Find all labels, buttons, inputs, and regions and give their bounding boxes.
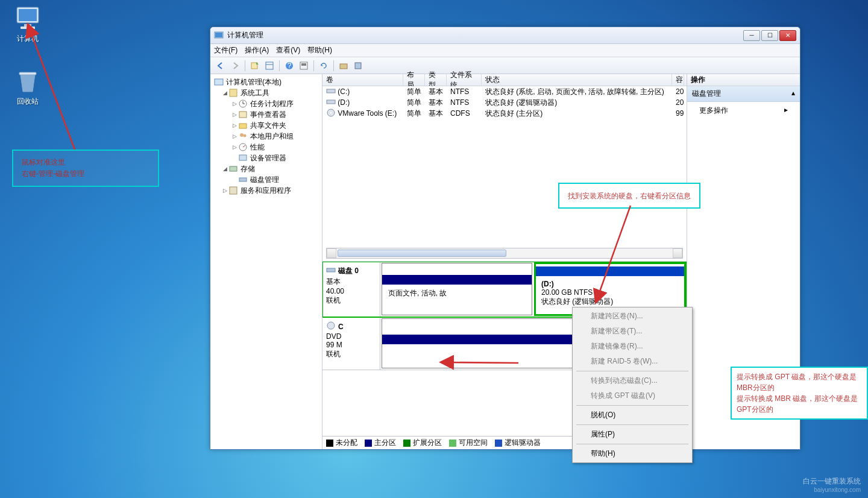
chevron-up-icon: ▴ — [791, 89, 795, 99]
svg-rect-7 — [215, 33, 222, 37]
svg-line-38 — [451, 362, 518, 363]
cdrom-icon — [326, 108, 336, 119]
col-volume[interactable]: 卷 — [322, 74, 403, 86]
toolbar-btn[interactable] — [351, 59, 365, 72]
ctx-new-spanned: 新建跨区卷(N)... — [574, 309, 691, 324]
svg-rect-2 — [24, 24, 31, 27]
svg-point-24 — [240, 133, 244, 137]
partition-c[interactable]: 页面文件, 活动, 故 — [382, 263, 532, 315]
svg-rect-22 — [239, 112, 247, 118]
help-toolbar-button[interactable]: ? — [283, 59, 296, 72]
svg-rect-31 — [327, 89, 335, 93]
svg-rect-17 — [215, 79, 223, 85]
tree-svcapp[interactable]: ▷服务和应用程序 — [212, 185, 321, 196]
actions-header: 操作 — [687, 74, 800, 86]
annotation-gpt-mbr: 提示转换成 GPT 磁盘，那这个硬盘是MBR分区的 提示转换成 MBR 磁盘，那… — [731, 367, 868, 420]
tree-root[interactable]: 计算机管理(本地) — [212, 77, 321, 87]
tree-shared[interactable]: ▷共享文件夹 — [212, 120, 321, 131]
menu-view[interactable]: 查看(V) — [276, 45, 300, 55]
svg-rect-32 — [327, 100, 335, 104]
scroll-thumb[interactable] — [338, 250, 506, 257]
svg-point-36 — [327, 322, 335, 329]
menubar: 文件(F) 操作(A) 查看(V) 帮助(H) — [210, 44, 800, 57]
legend-logical: 逻辑驱动器 — [505, 438, 541, 448]
scroll-right-button[interactable] — [673, 248, 682, 258]
volume-row[interactable]: (C:) 简单 基本 NTFS 状态良好 (系统, 启动, 页面文件, 活动, … — [322, 86, 687, 97]
actions-diskmgmt[interactable]: 磁盘管理▴ — [687, 86, 800, 102]
svg-rect-23 — [239, 124, 247, 128]
svg-line-37 — [599, 206, 631, 293]
disk-info[interactable]: 磁盘 0 基本 40.00 联机 — [322, 262, 380, 317]
svg-line-5 — [31, 34, 75, 150]
tree-devmgr[interactable]: 设备管理器 — [212, 153, 321, 163]
col-status[interactable]: 状态 — [482, 74, 672, 86]
ctx-offline[interactable]: 脱机(O) — [574, 408, 691, 423]
volume-header[interactable]: 卷 布局 类型 文件系统 状态 容 — [322, 74, 687, 86]
computer-management-window: 计算机管理 ─ ☐ ✕ 文件(F) 操作(A) 查看(V) 帮助(H) ? 计算… — [210, 27, 800, 450]
menu-action[interactable]: 操作(A) — [245, 45, 269, 55]
tree-localuser[interactable]: ▷本地用户和组 — [212, 131, 321, 142]
svg-rect-1 — [19, 9, 37, 21]
legend-ext: 扩展分区 — [413, 438, 442, 448]
col-fs[interactable]: 文件系统 — [447, 74, 482, 86]
legend-unalloc: 未分配 — [336, 438, 357, 448]
volume-row[interactable]: (D:) 简单 基本 NTFS 状态良好 (逻辑驱动器) 20 — [322, 97, 687, 108]
svg-point-34 — [330, 112, 332, 113]
arrow-to-gpt-item — [446, 360, 524, 380]
ctx-convert-dynamic: 转换到动态磁盘(C)... — [574, 373, 691, 388]
tree-systools[interactable]: ◢系统工具 — [212, 87, 321, 98]
menu-help[interactable]: 帮助(H) — [307, 45, 332, 55]
actions-more[interactable]: 更多操作▸ — [687, 102, 800, 119]
col-layout[interactable]: 布局 — [403, 74, 425, 86]
tree-tasksched[interactable]: ▷任务计划程序 — [212, 98, 321, 109]
scroll-left-button[interactable] — [327, 248, 336, 258]
arrow-to-disk0 — [594, 203, 643, 301]
watermark: 白云一键重装系统 baiyunxitong.com — [803, 476, 861, 493]
ctx-new-striped: 新建带区卷(T)... — [574, 324, 691, 339]
disk-info[interactable]: C DVD 99 M 联机 — [322, 317, 380, 370]
drive-icon — [326, 86, 336, 98]
svg-point-25 — [244, 134, 247, 137]
minimize-button[interactable]: ─ — [743, 30, 760, 41]
refresh-button[interactable] — [317, 59, 330, 72]
cdrom-icon — [326, 321, 336, 332]
svg-rect-30 — [230, 187, 237, 194]
ctx-help[interactable]: 帮助(H) — [574, 446, 691, 461]
toolbar-btn[interactable] — [248, 59, 262, 72]
navigation-tree[interactable]: 计算机管理(本地) ◢系统工具 ▷任务计划程序 ▷事件查看器 ▷共享文件夹 ▷本… — [210, 74, 322, 449]
ctx-new-raid5: 新建 RAID-5 卷(W)... — [574, 354, 691, 369]
maximize-button[interactable]: ☐ — [761, 30, 778, 41]
chevron-right-icon: ▸ — [784, 106, 788, 116]
ctx-convert-gpt: 转换成 GPT 磁盘(V) — [574, 388, 691, 403]
svg-rect-18 — [230, 89, 237, 96]
svg-rect-27 — [239, 155, 247, 160]
legend-primary: 主分区 — [374, 438, 396, 448]
tree-diskmgmt[interactable]: 磁盘管理 — [212, 174, 321, 185]
window-title: 计算机管理 — [227, 30, 743, 40]
svg-rect-35 — [327, 268, 335, 272]
col-capacity[interactable]: 容 — [672, 74, 684, 86]
svg-rect-14 — [301, 63, 306, 66]
back-button[interactable] — [214, 59, 227, 72]
tree-perf[interactable]: ▷性能 — [212, 142, 321, 153]
volume-list[interactable]: (C:) 简单 基本 NTFS 状态良好 (系统, 启动, 页面文件, 活动, … — [322, 86, 687, 119]
close-button[interactable]: ✕ — [779, 30, 796, 41]
toolbar-btn[interactable] — [297, 59, 310, 72]
ctx-new-mirror: 新建镜像卷(R)... — [574, 339, 691, 354]
tree-storage[interactable]: ◢存储 — [212, 163, 321, 174]
toolbar: ? — [210, 57, 800, 74]
titlebar[interactable]: 计算机管理 ─ ☐ ✕ — [210, 27, 800, 44]
tree-eventviewer[interactable]: ▷事件查看器 — [212, 109, 321, 120]
svg-rect-28 — [230, 166, 237, 171]
computer-icon — [13, 4, 42, 33]
menu-file[interactable]: 文件(F) — [214, 45, 237, 55]
volume-row[interactable]: VMware Tools (E:) 简单 基本 CDFS 状态良好 (主分区) … — [322, 108, 687, 119]
toolbar-btn[interactable] — [337, 59, 350, 72]
svg-text:?: ? — [288, 61, 292, 70]
context-menu[interactable]: 新建跨区卷(N)... 新建带区卷(T)... 新建镜像卷(R)... 新建 R… — [572, 307, 693, 463]
svg-rect-16 — [355, 63, 361, 69]
col-type[interactable]: 类型 — [425, 74, 447, 86]
ctx-properties[interactable]: 属性(P) — [574, 427, 691, 442]
toolbar-btn[interactable] — [263, 59, 276, 72]
forward-button[interactable] — [228, 59, 242, 72]
